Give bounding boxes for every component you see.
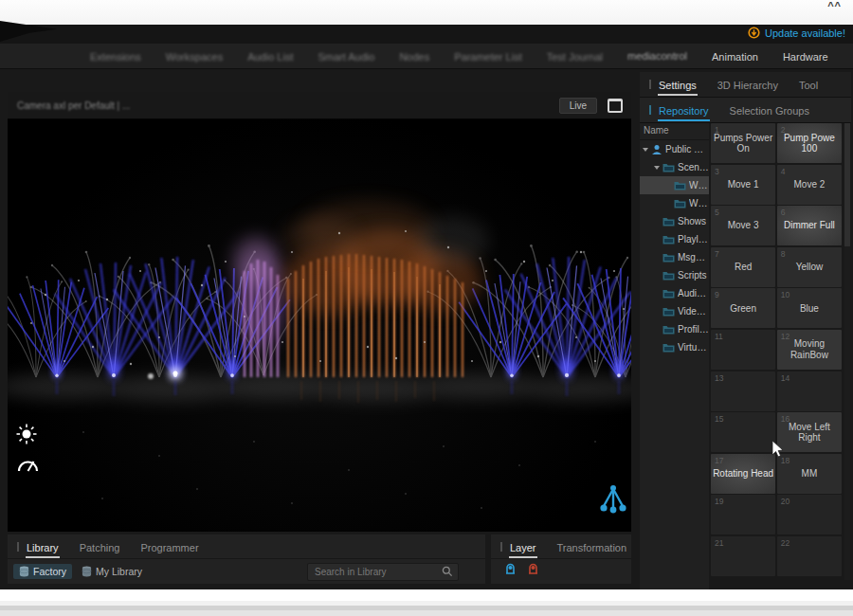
settings-tab-group: Settings3D HierarchyTool <box>659 76 839 93</box>
tree-expander[interactable] <box>654 271 662 280</box>
selection-group-cell[interactable]: 6 Dimmer Full <box>777 206 842 245</box>
menu-items-group: AnimationHardware <box>699 47 841 64</box>
tree-expander[interactable] <box>654 217 662 226</box>
layer-tab[interactable]: Layer <box>510 542 536 553</box>
selection-group-cell[interactable]: 18 MM <box>777 454 842 494</box>
repository-tab[interactable]: Selection Groups <box>730 105 809 117</box>
update-label: Update available! <box>765 27 845 39</box>
menu-item-blurred[interactable]: Workspaces <box>154 51 235 63</box>
tree-row[interactable]: WP ... <box>640 176 709 194</box>
tree-label: WP ... <box>689 198 709 208</box>
selection-group-cell[interactable]: 1 Pumps Power On <box>711 123 775 163</box>
tree-expander[interactable] <box>654 289 662 298</box>
node-tree-icon[interactable] <box>599 481 627 517</box>
selection-group-cell[interactable]: 19 <box>711 495 775 534</box>
fountain-3d-view[interactable] <box>8 119 631 532</box>
settings-tab[interactable]: Settings <box>659 80 697 91</box>
tree-row[interactable]: MsgCues <box>640 248 709 266</box>
folder-icon <box>662 270 675 281</box>
tree-row[interactable]: Profiles <box>640 320 709 338</box>
my-library-source-button[interactable]: My Library <box>76 564 148 579</box>
selection-group-cell[interactable]: 5 Move 3 <box>711 206 775 245</box>
selection-group-cell[interactable]: 13 <box>711 371 775 411</box>
menu-item-mediacontrol[interactable]: mediacontrol <box>615 50 699 62</box>
tree-row[interactable]: Video Fi... <box>640 302 709 320</box>
live-button[interactable]: Live <box>559 98 597 114</box>
menu-item-blurred[interactable]: Audio List <box>235 51 305 63</box>
menu-item-blurred[interactable]: Smart Audio <box>305 51 387 63</box>
layer-tab[interactable]: Transformation <box>557 542 627 553</box>
settings-tab[interactable]: 3D Hierarchy <box>717 80 778 91</box>
selection-group-cell[interactable]: 17 Rotating Head <box>711 454 775 494</box>
selection-group-cell[interactable]: 15 <box>711 412 775 452</box>
selection-group-cell[interactable]: 16 Move Left Right <box>777 412 842 452</box>
tree-expander[interactable] <box>654 253 662 262</box>
sun-icon[interactable] <box>15 423 38 445</box>
selection-group-cell[interactable]: 21 <box>711 536 775 576</box>
factory-source-button[interactable]: Factory <box>13 564 72 579</box>
scrollbar-thumb[interactable] <box>844 123 850 246</box>
menu-item[interactable]: Hardware <box>771 51 841 63</box>
tree-row[interactable]: Shows <box>640 212 709 230</box>
selection-group-cell[interactable]: 22 <box>777 536 842 576</box>
library-toolbar: Factory My Library <box>8 559 485 584</box>
selection-group-cell[interactable]: 2 Pump Powe 100 <box>777 123 842 163</box>
top-margin: ^^ <box>0 0 853 25</box>
tree-row[interactable]: Scripts <box>640 266 709 284</box>
fixture-red-icon[interactable] <box>526 562 540 575</box>
selection-group-cell[interactable]: 11 <box>711 330 775 370</box>
tree-row[interactable]: Virtual ... <box>640 338 709 356</box>
tree-row[interactable]: Audio F... <box>640 284 709 302</box>
tree-expander[interactable] <box>643 145 651 154</box>
cell-label: Red <box>711 247 775 287</box>
tree-expander[interactable] <box>665 181 674 190</box>
selection-group-cell[interactable]: 8 Yellow <box>777 247 842 287</box>
tree-expander[interactable] <box>654 235 662 244</box>
fixture-blue-icon[interactable] <box>503 562 517 575</box>
selection-group-cell[interactable]: 3 Move 1 <box>711 165 775 205</box>
library-tab[interactable]: Programmer <box>140 542 198 553</box>
selection-group-cell[interactable]: 14 <box>777 371 842 411</box>
tree-expander[interactable] <box>654 325 662 334</box>
tree-row[interactable]: Playlists <box>640 230 709 248</box>
gauge-icon[interactable] <box>15 453 40 474</box>
app-window: Update available! ExtensionsWorkspacesAu… <box>0 25 853 589</box>
repository-tab[interactable]: Repository <box>659 105 709 117</box>
selection-group-cell[interactable]: 7 Red <box>711 247 775 287</box>
tree-row[interactable]: WP ... <box>640 194 709 212</box>
tree-expander[interactable] <box>654 343 662 352</box>
groups-vertical-scrollbar[interactable] <box>844 123 850 580</box>
selection-group-cell[interactable]: 20 <box>777 495 842 534</box>
user-icon <box>651 144 662 155</box>
folder-icon <box>662 252 675 263</box>
update-notification[interactable]: Update available! <box>748 27 845 39</box>
database-icon <box>82 566 92 577</box>
tree-expander[interactable] <box>654 307 662 316</box>
menu-item-blurred[interactable]: Extensions <box>78 51 154 63</box>
tree-label: Audio F... <box>678 288 709 299</box>
maximize-icon[interactable] <box>608 99 623 113</box>
tree-expander[interactable] <box>665 199 674 208</box>
folder-icon <box>662 342 675 353</box>
tree-label: Playlists <box>678 234 709 245</box>
menu-item-blurred[interactable]: Test Journal <box>535 51 615 63</box>
settings-tab[interactable]: Tool <box>799 80 818 91</box>
selection-group-cell[interactable]: 10 Blue <box>777 288 842 328</box>
viewport-panel: Camera axl per Default | ... Live <box>8 92 631 531</box>
library-tab[interactable]: Library <box>27 542 59 553</box>
library-tab[interactable]: Patching <box>80 542 120 553</box>
menu-item[interactable]: Animation <box>699 51 771 63</box>
repository-tree: Name Public Work.. <box>640 123 709 589</box>
camera-label: Camera axl per Default | ... <box>17 100 130 111</box>
tree-expander[interactable] <box>654 163 662 172</box>
selection-group-cell[interactable]: 9 Green <box>711 288 775 328</box>
selection-group-cell[interactable]: 4 Move 2 <box>777 165 842 205</box>
tree-row[interactable]: Scenes <box>640 158 709 176</box>
search-input[interactable] <box>313 566 442 578</box>
menu-item-blurred[interactable]: Parameter List <box>442 51 535 63</box>
tree-row[interactable]: Public Work... <box>640 140 709 158</box>
menu-bar: ExtensionsWorkspacesAudio ListSmart Audi… <box>0 44 853 69</box>
menu-item-blurred[interactable]: Nodes <box>387 51 442 63</box>
library-tabs: LibraryPatchingProgrammer <box>8 534 485 559</box>
selection-group-cell[interactable]: 12 Moving RainBow <box>777 330 842 370</box>
